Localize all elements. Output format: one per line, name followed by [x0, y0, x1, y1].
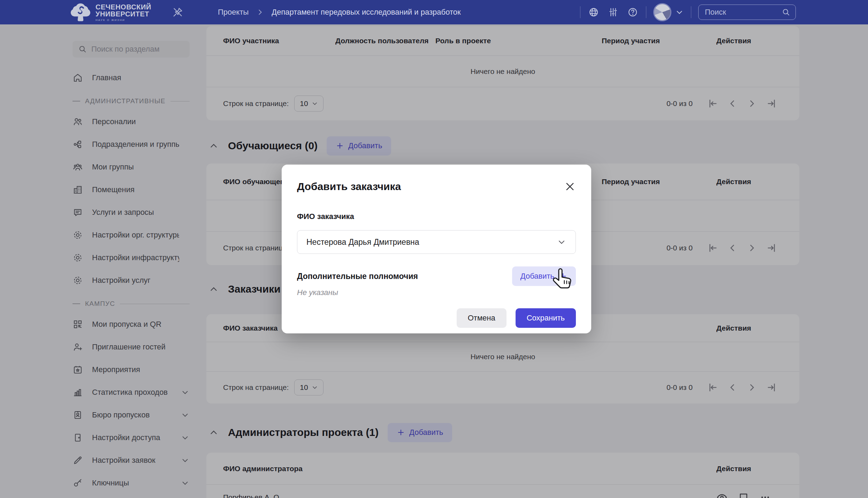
user-menu[interactable]	[653, 3, 684, 21]
modal-actions: Отмена Сохранить	[297, 308, 576, 328]
logo-line1: СЕЧЕНОВСКИЙ	[96, 3, 151, 10]
permissions-row: Дополнительные полномочия Добавить	[297, 266, 576, 286]
permissions-empty-text: Не указаны	[297, 287, 576, 298]
unpin-sidebar-icon[interactable]	[172, 6, 184, 18]
search-icon	[782, 8, 791, 17]
user-avatar	[653, 3, 671, 21]
divider	[580, 6, 580, 18]
customer-name-label: ФИО заказчика	[297, 212, 576, 221]
settings-sliders-icon[interactable]	[607, 6, 619, 18]
customer-name-select[interactable]: Нестерова Дарья Дмитриевна	[297, 230, 576, 254]
help-icon[interactable]	[626, 6, 639, 18]
logo-tree-icon	[70, 3, 91, 22]
customer-name-value: Нестерова Дарья Дмитриевна	[306, 237, 419, 247]
top-bar: СЕЧЕНОВСКИЙ УНИВЕРСИТЕТ НАУК О ЖИЗНИ Про…	[0, 0, 868, 24]
logo-text: СЕЧЕНОВСКИЙ УНИВЕРСИТЕТ НАУК О ЖИЗНИ	[96, 3, 151, 22]
add-permission-label: Добавить	[520, 272, 554, 281]
close-icon[interactable]	[564, 181, 576, 193]
chevron-down-icon	[557, 237, 566, 247]
cancel-button[interactable]: Отмена	[457, 308, 507, 328]
app-window: СЕЧЕНОВСКИЙ УНИВЕРСИТЕТ НАУК О ЖИЗНИ Про…	[0, 0, 868, 498]
plus-icon	[558, 272, 568, 281]
divider	[646, 6, 646, 18]
breadcrumb-root[interactable]: Проекты	[218, 8, 249, 17]
modal-title: Добавить заказчика	[297, 181, 401, 193]
global-search-input[interactable]	[705, 8, 778, 17]
modal-header: Добавить заказчика	[297, 181, 576, 193]
divider	[691, 6, 691, 18]
logo-line2: УНИВЕРСИТЕТ	[96, 10, 151, 17]
breadcrumb: Проекты Департамент передовых исследован…	[218, 0, 461, 24]
logo-tagline: НАУК О ЖИЗНИ	[96, 18, 151, 22]
breadcrumb-separator-icon	[256, 8, 264, 16]
chevron-down-icon	[675, 8, 684, 17]
permissions-label: Дополнительные полномочия	[297, 272, 418, 281]
language-globe-icon[interactable]	[587, 6, 600, 18]
add-permission-button[interactable]: Добавить	[512, 266, 576, 286]
breadcrumb-current: Департамент передовых исследований и раз…	[272, 8, 460, 17]
save-button[interactable]: Сохранить	[516, 308, 576, 328]
top-bar-actions	[580, 0, 796, 24]
add-customer-modal: Добавить заказчика ФИО заказчика Нестеро…	[282, 165, 591, 333]
global-search[interactable]	[698, 5, 796, 20]
university-logo[interactable]: СЕЧЕНОВСКИЙ УНИВЕРСИТЕТ НАУК О ЖИЗНИ	[70, 3, 151, 22]
